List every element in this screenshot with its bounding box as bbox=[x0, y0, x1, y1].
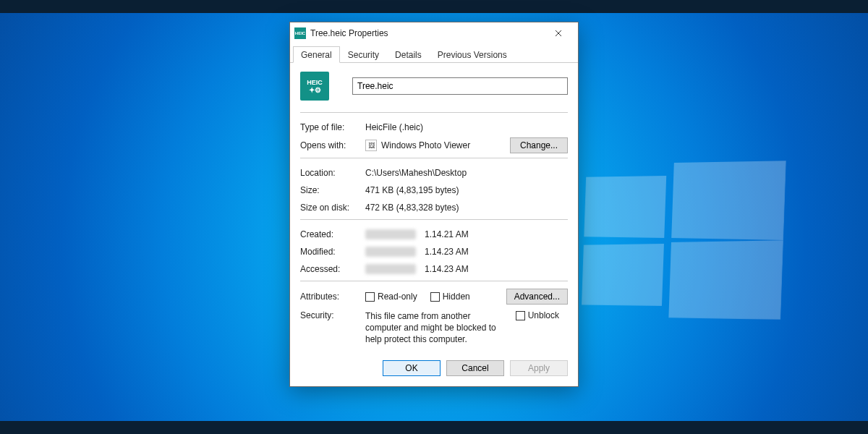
apply-button: Apply bbox=[510, 360, 568, 376]
tabstrip: General Security Details Previous Versio… bbox=[290, 44, 578, 63]
modified-date-redacted bbox=[365, 247, 416, 257]
accessed-label: Accessed: bbox=[300, 264, 365, 274]
windows-logo bbox=[576, 163, 784, 322]
created-date-redacted bbox=[365, 229, 416, 239]
close-icon bbox=[555, 30, 562, 37]
created-label: Created: bbox=[300, 229, 365, 239]
change-button[interactable]: Change... bbox=[510, 137, 568, 153]
location-label: Location: bbox=[300, 168, 365, 178]
attributes-label: Attributes: bbox=[300, 292, 365, 302]
properties-dialog: HEIC Tree.heic Properties General Securi… bbox=[289, 22, 579, 387]
titlebar[interactable]: HEIC Tree.heic Properties bbox=[290, 22, 578, 44]
security-label: Security: bbox=[300, 310, 365, 320]
readonly-checkbox[interactable]: Read-only bbox=[365, 292, 417, 302]
opens-with-label: Opens with: bbox=[300, 140, 365, 150]
tab-panel-general: HEIC ✦⚙ Type of file: HeicFile (.heic) O… bbox=[290, 63, 578, 353]
location-value: C:\Users\Mahesh\Desktop bbox=[365, 168, 568, 178]
tab-general[interactable]: General bbox=[293, 46, 340, 63]
modified-time: 1.14.23 AM bbox=[425, 247, 469, 257]
size-value: 471 KB (4,83,195 bytes) bbox=[365, 185, 568, 195]
size-label: Size: bbox=[300, 185, 365, 195]
file-type-icon: HEIC ✦⚙ bbox=[300, 72, 329, 101]
security-text: This file came from another computer and… bbox=[365, 310, 503, 346]
created-time: 1.14.21 AM bbox=[425, 229, 469, 239]
unblock-checkbox[interactable]: Unblock bbox=[516, 310, 559, 320]
hidden-checkbox[interactable]: Hidden bbox=[430, 292, 470, 302]
heic-icon: HEIC bbox=[294, 27, 306, 39]
size-on-disk-label: Size on disk: bbox=[300, 203, 365, 213]
size-on-disk-value: 472 KB (4,83,328 bytes) bbox=[365, 203, 568, 213]
accessed-time: 1.14.23 AM bbox=[425, 264, 469, 274]
tab-security[interactable]: Security bbox=[340, 46, 387, 62]
photo-viewer-icon: 🖼 bbox=[365, 140, 377, 151]
modified-label: Modified: bbox=[300, 247, 365, 257]
window-title: Tree.heic Properties bbox=[310, 28, 543, 38]
tab-details[interactable]: Details bbox=[387, 46, 430, 62]
opens-with-value: Windows Photo Viewer bbox=[381, 140, 470, 150]
tab-previous-versions[interactable]: Previous Versions bbox=[430, 46, 515, 62]
type-of-file-label: Type of file: bbox=[300, 122, 365, 132]
type-of-file-value: HeicFile (.heic) bbox=[365, 122, 568, 132]
accessed-date-redacted bbox=[365, 264, 416, 274]
dialog-footer: OK Cancel Apply bbox=[290, 353, 578, 386]
close-button[interactable] bbox=[543, 23, 574, 43]
advanced-button[interactable]: Advanced... bbox=[506, 289, 568, 305]
filename-input[interactable] bbox=[352, 77, 568, 95]
ok-button[interactable]: OK bbox=[383, 360, 441, 376]
cancel-button[interactable]: Cancel bbox=[446, 360, 504, 376]
